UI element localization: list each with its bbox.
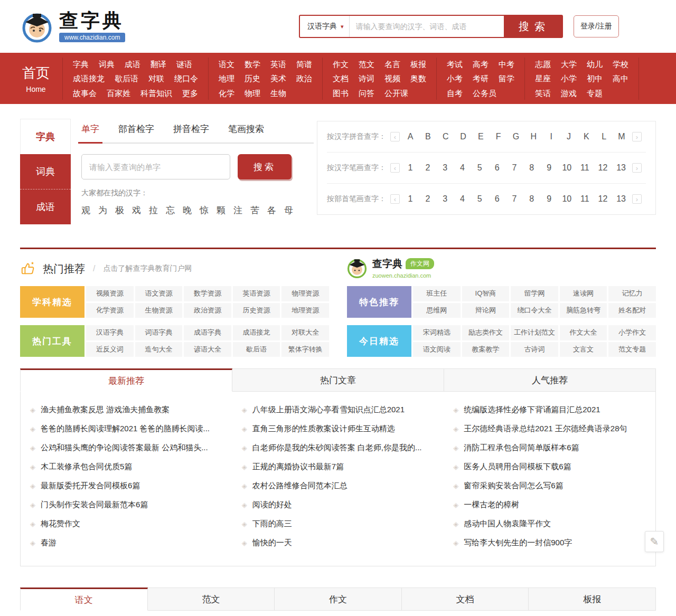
category-link[interactable]: IQ智商 <box>462 286 510 301</box>
login-register-button[interactable]: 登录/注册 <box>574 15 619 37</box>
article-item[interactable]: ◈爸爸的胳膊长阅读理解2021 爸爸的胳膊长阅读... <box>30 419 232 438</box>
nav-link[interactable]: 作文 <box>333 58 349 71</box>
category-link[interactable]: 宋词精选 <box>413 325 461 340</box>
index-item[interactable]: 7 <box>510 163 519 173</box>
article-item[interactable]: ◈渔夫捕鱼教案反思 游戏渔夫捕鱼教案 <box>30 400 232 419</box>
category-link[interactable]: 姓名配对 <box>608 303 656 318</box>
index-item[interactable]: I <box>547 132 556 141</box>
category-link[interactable]: 工作计划范文 <box>511 325 558 340</box>
nav-link[interactable]: 翻译 <box>151 58 166 71</box>
hot-char[interactable]: 苦 <box>250 204 259 216</box>
nav-home[interactable]: 首页 Home <box>20 64 62 93</box>
category-link[interactable]: 绕口令大全 <box>511 303 558 318</box>
nav-link[interactable]: 幼儿 <box>587 58 603 71</box>
index-item[interactable]: G <box>512 132 520 141</box>
index-item[interactable]: 5 <box>475 194 484 204</box>
main-search-button[interactable]: 搜索 <box>504 16 562 37</box>
hot-char[interactable]: 拉 <box>149 204 158 216</box>
index-item[interactable]: 10 <box>562 194 571 204</box>
article-tab[interactable]: 热门文章 <box>232 368 444 392</box>
article-item[interactable]: ◈春游 <box>30 533 232 552</box>
article-item[interactable]: ◈农村公路维修合同范本汇总 <box>242 476 444 495</box>
nav-link[interactable]: 视频 <box>384 72 400 85</box>
index-item[interactable]: M <box>617 132 626 141</box>
article-item[interactable]: ◈白老师你是我的朱砂阅读答案 白老师,你是我的... <box>242 438 444 457</box>
index-item[interactable]: 6 <box>493 163 501 173</box>
category-link[interactable]: 辩论网 <box>462 303 510 318</box>
index-item[interactable]: H <box>529 132 538 141</box>
nav-link[interactable]: 成语 <box>125 58 140 71</box>
article-item[interactable]: ◈下雨的高三 <box>242 514 444 533</box>
nav-link[interactable]: 英语 <box>270 58 286 71</box>
dict-side-tab[interactable]: 字典 <box>20 119 71 154</box>
index-item[interactable]: B <box>424 132 432 141</box>
index-item[interactable]: 9 <box>545 163 553 173</box>
index-item[interactable]: 1 <box>406 163 415 173</box>
article-item[interactable]: ◈统编版选择性必修下背诵篇目汇总2021 <box>453 400 655 419</box>
article-tab[interactable]: 最新推荐 <box>20 368 232 392</box>
article-item[interactable]: ◈阅读的好处 <box>242 495 444 514</box>
nav-link[interactable]: 奥数 <box>410 72 426 85</box>
nav-link[interactable]: 留学 <box>499 72 514 85</box>
category-link[interactable]: 历史资源 <box>233 303 280 318</box>
index-item[interactable]: J <box>565 132 573 141</box>
category-link[interactable]: 政治资源 <box>184 303 231 318</box>
nav-link[interactable]: 志愿 <box>535 58 551 71</box>
category-link[interactable]: 成语接龙 <box>233 325 280 340</box>
article-item[interactable]: ◈正规的离婚协议书最新7篇 <box>242 457 444 476</box>
nav-link[interactable]: 历史 <box>245 72 260 85</box>
pager-next-button[interactable]: › <box>632 132 642 141</box>
article-item[interactable]: ◈八年级上册语文湖心亭看雪知识点汇总2021 <box>242 400 444 419</box>
bottom-tab[interactable]: 作文 <box>274 587 402 611</box>
article-item[interactable]: ◈医务人员聘用合同模板下载6篇 <box>453 457 655 476</box>
category-link[interactable]: 小学作文 <box>608 325 656 340</box>
nav-link[interactable]: 公务员 <box>473 87 496 100</box>
hot-char[interactable]: 晚 <box>183 204 192 216</box>
bottom-tab[interactable]: 范文 <box>147 587 275 611</box>
index-item[interactable]: 11 <box>580 163 589 173</box>
nav-link[interactable]: 科普知识 <box>140 87 172 100</box>
category-link[interactable]: 歇后语 <box>233 342 280 357</box>
category-link[interactable]: 地理资源 <box>281 303 329 318</box>
index-item[interactable]: 8 <box>528 194 536 204</box>
pager-prev-button[interactable]: ‹ <box>390 163 400 173</box>
dict-tab[interactable]: 笔画搜索 <box>228 123 264 135</box>
dict-tab[interactable]: 拼音检字 <box>173 123 209 135</box>
category-link[interactable]: 物理资源 <box>281 286 329 301</box>
nav-link[interactable]: 高中 <box>613 72 628 85</box>
nav-link[interactable]: 图书 <box>333 87 349 100</box>
category-link[interactable]: 教案教学 <box>462 342 510 357</box>
nav-link[interactable]: 文档 <box>333 72 349 85</box>
category-link[interactable]: 留学网 <box>511 286 558 301</box>
index-item[interactable]: 6 <box>493 194 501 204</box>
article-item[interactable]: ◈愉快的一天 <box>242 533 444 552</box>
bottom-tab[interactable]: 文档 <box>401 587 529 611</box>
category-link[interactable]: 文言文 <box>560 342 607 357</box>
dict-tab[interactable]: 部首检字 <box>118 123 154 135</box>
nav-link[interactable]: 初中 <box>587 72 603 85</box>
index-item[interactable]: 1 <box>406 194 415 204</box>
category-link[interactable]: 繁体字转换 <box>281 342 329 357</box>
nav-link[interactable]: 中考 <box>499 58 514 71</box>
category-link[interactable]: 视频资源 <box>86 286 134 301</box>
category-link[interactable]: 记忆力 <box>608 286 656 301</box>
category-link[interactable]: 脑筋急转弯 <box>560 303 607 318</box>
nav-link[interactable]: 专题 <box>587 87 603 100</box>
nav-link[interactable]: 简谱 <box>296 58 312 71</box>
index-item[interactable]: D <box>459 132 467 141</box>
index-item[interactable]: 12 <box>598 163 608 173</box>
category-link[interactable]: 成语字典 <box>184 325 231 340</box>
index-item[interactable]: A <box>406 132 415 141</box>
nav-link[interactable]: 公开课 <box>384 87 408 100</box>
site-logo[interactable]: 查字典 www.chazidian.com <box>20 10 125 43</box>
article-item[interactable]: ◈直角三角形的性质教案设计师生互动精选 <box>242 419 444 438</box>
nav-link[interactable]: 高考 <box>473 58 489 71</box>
category-link[interactable]: 范文专题 <box>608 342 656 357</box>
nav-link[interactable]: 对联 <box>148 72 164 85</box>
index-item[interactable]: 4 <box>458 194 466 204</box>
index-item[interactable]: 11 <box>580 194 589 204</box>
category-link[interactable]: 对联大全 <box>281 325 329 340</box>
nav-link[interactable]: 诗词 <box>359 72 374 85</box>
nav-link[interactable]: 字典 <box>73 58 89 71</box>
bottom-tab[interactable]: 板报 <box>528 587 656 611</box>
